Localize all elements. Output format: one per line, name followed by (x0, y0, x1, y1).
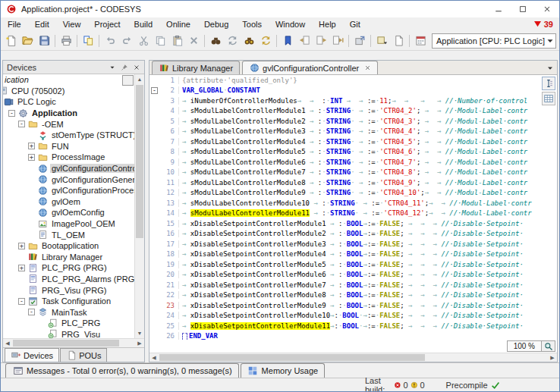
bookmark-last-button[interactable] (329, 33, 346, 49)
tree-item-imagepool-oem[interactable]: ImagePool_OEM (3, 218, 134, 230)
scroll-left-arrow[interactable]: ◀ (3, 339, 12, 347)
tree-item-prg-visu[interactable]: PRG_Visu (3, 329, 134, 338)
close-icon[interactable] (131, 61, 143, 73)
tree-item-bootapplication[interactable]: +Bootapplication (3, 240, 134, 252)
find-button[interactable] (207, 33, 224, 49)
tree-item-plc-prg-prg[interactable]: +PLC_PRG (PRG) (3, 262, 134, 274)
menu-online[interactable]: Online (159, 19, 197, 30)
delete-button[interactable] (185, 33, 202, 49)
tree-item-application[interactable]: -Application (3, 108, 134, 119)
pin-icon[interactable] (118, 61, 131, 73)
menu-help[interactable]: Help (312, 19, 343, 30)
paste-button[interactable] (168, 33, 185, 49)
copy-doc-button[interactable] (80, 33, 96, 49)
copy-button[interactable] (152, 33, 168, 49)
document-tab-gvlconfigurationcontroller[interactable]: gvlConfigurationController (242, 61, 378, 74)
tree-item-gvlconfigurationprocessimage[interactable]: gvlConfigurationProcessImage (3, 185, 134, 196)
fold-margin[interactable]: - (149, 87, 159, 94)
tab-devices[interactable]: Devices (5, 348, 59, 362)
close-tab-icon[interactable] (363, 64, 371, 72)
tree-item-maintask[interactable]: -MainTask (3, 306, 134, 318)
scroll-up-arrow[interactable]: ▲ (135, 74, 144, 84)
tree-item-gvloemconfig[interactable]: gvlOemConfig (3, 207, 134, 218)
collapse-icon[interactable]: - (8, 110, 15, 117)
tree-item-ication[interactable]: ication (3, 74, 134, 86)
bookmark-button[interactable] (279, 33, 296, 49)
tree-item-fun[interactable]: +FUN (3, 141, 134, 152)
scroll-thumb[interactable] (159, 354, 425, 361)
tree-item-processimage[interactable]: +ProcessImage (3, 152, 134, 163)
scroll-right-arrow[interactable]: ▶ (135, 339, 144, 347)
tree-item-gvloem[interactable]: gvlOem (3, 196, 134, 208)
bookmark-next-button[interactable] (313, 33, 329, 49)
menu-window[interactable]: Window (269, 19, 312, 30)
doc-new-button[interactable] (2, 33, 19, 49)
fold-collapse-icon[interactable]: - (151, 87, 158, 94)
tree-vertical-scrollbar[interactable]: ▲ ▼ (134, 74, 144, 338)
tree-item-gvlconfigurationgenerator[interactable]: gvlConfigurationGenerator (3, 174, 134, 185)
chevron-down-icon[interactable] (545, 36, 555, 46)
zoom-level[interactable]: 100 % (507, 340, 542, 352)
tabular-view-button[interactable] (542, 92, 555, 105)
tree-item-cpu-705002[interactable]: CPU (705002) (3, 86, 134, 97)
menu-edit[interactable]: Edit (28, 19, 56, 30)
scroll-thumb[interactable] (136, 85, 143, 238)
devices-tree[interactable]: icationCPU (705002)PLC Logic-Application… (3, 74, 134, 338)
tree-item-plc-prg-alarms-prg[interactable]: PLC_PRG_Alarms (PRG) (3, 274, 134, 285)
tree-item-gvlconfigurationcontroller[interactable]: gvlConfigurationController (3, 163, 134, 174)
folder-open-button[interactable] (19, 33, 36, 49)
document-tab-library-manager[interactable]: Library Manager (152, 61, 240, 74)
minimize-button[interactable] (486, 1, 511, 17)
magnifier-icon[interactable] (542, 340, 555, 352)
menu-file[interactable]: File (1, 19, 28, 30)
scroll-down-arrow[interactable]: ▼ (135, 328, 144, 338)
tree-item-library-manager[interactable]: Library Manager (3, 252, 134, 263)
tab-list-chevron-icon[interactable] (546, 64, 555, 73)
tab-pous[interactable]: POUs (60, 348, 107, 362)
menu-build[interactable]: Build (127, 19, 159, 30)
declaration-editor[interactable]: 1{attribute·'qualified_only'}-2VAR_GLOBA… (149, 75, 557, 340)
notification-flag-icon[interactable] (533, 20, 543, 30)
active-application-combo[interactable]: Application [CPU: PLC Logic] (432, 33, 556, 49)
calendar-button[interactable] (412, 33, 429, 49)
close-button[interactable] (535, 1, 559, 17)
find-gold-button[interactable] (241, 33, 257, 49)
tree-item-plc-logic[interactable]: PLC Logic (3, 96, 134, 108)
scroll-right-arrow[interactable]: ▶ (548, 353, 557, 362)
menu-debug[interactable]: Debug (197, 19, 235, 30)
expand-icon[interactable]: + (18, 265, 25, 271)
menu-tools[interactable]: Tools (235, 19, 269, 30)
tree-item-task-configuration[interactable]: -Task Configuration (3, 296, 134, 307)
tree-item-plc-prg[interactable]: PLC_PRG (3, 318, 134, 329)
export-button[interactable] (351, 33, 368, 49)
doc-add-button[interactable] (390, 33, 407, 49)
panel-menu-chevron-icon[interactable] (106, 61, 118, 73)
tree-item-stoemtype-struct[interactable]: stOemType (STRUCT) (3, 130, 134, 141)
scroll-left-arrow[interactable]: ◀ (149, 353, 159, 362)
expand-icon[interactable]: + (28, 143, 35, 149)
expand-icon[interactable]: + (28, 154, 35, 161)
memory-usage-tab[interactable]: Memory Usage (241, 363, 326, 378)
cut-button[interactable] (135, 33, 152, 49)
print-button[interactable] (58, 33, 74, 49)
notification-count[interactable]: 39 (544, 20, 553, 29)
tree-item-prg-visu-prg[interactable]: PRG_Visu (PRG) (3, 284, 134, 296)
undo-button[interactable] (102, 33, 118, 49)
tree-horizontal-scrollbar[interactable]: ◀ ▶ (3, 338, 144, 347)
maximize-button[interactable] (511, 1, 535, 17)
replace-button[interactable] (224, 33, 241, 49)
options-dropdown-button[interactable] (373, 33, 390, 49)
device-dropdown-button[interactable] (122, 75, 134, 86)
collapse-icon[interactable]: - (18, 298, 25, 305)
tree-item-tl-oem[interactable]: TL_OEM (3, 229, 134, 240)
menu-git[interactable]: Git (343, 19, 367, 30)
expand-icon[interactable]: + (18, 243, 25, 249)
scroll-thumb[interactable] (13, 340, 119, 347)
editor-horizontal-scrollbar[interactable]: ◀ ▶ (149, 353, 557, 362)
redo-button[interactable] (118, 33, 135, 49)
save-button[interactable] (36, 33, 52, 49)
menu-project[interactable]: Project (87, 19, 127, 30)
replace-gold-button[interactable] (257, 33, 274, 49)
collapse-icon[interactable]: - (18, 121, 25, 127)
bookmark-prev-button[interactable] (296, 33, 313, 49)
